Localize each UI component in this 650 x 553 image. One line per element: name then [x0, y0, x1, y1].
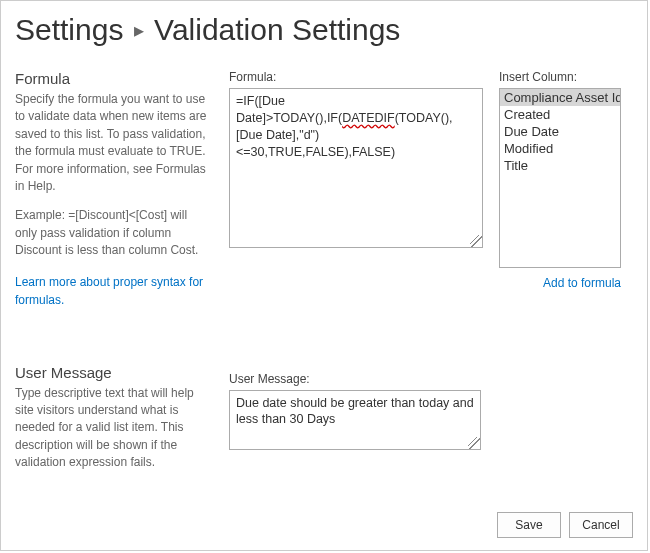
user-message-label: User Message:	[229, 372, 633, 386]
save-button[interactable]: Save	[497, 512, 561, 538]
insert-column-listbox[interactable]: Compliance Asset Id Created Due Date Mod…	[499, 88, 621, 268]
user-message-section: User Message Type descriptive text that …	[15, 364, 633, 484]
breadcrumb: Settings ▸ Validation Settings	[15, 13, 633, 46]
formula-side-info: Formula Specify the formula you want to …	[15, 70, 211, 308]
insert-column-label: Insert Column:	[499, 70, 621, 84]
formula-section: Formula Specify the formula you want to …	[15, 70, 633, 308]
formula-input[interactable]: =IF([Due Date]>TODAY(),IF(DATEDIF(TODAY(…	[229, 88, 483, 248]
formula-main: Formula: =IF([Due Date]>TODAY(),IF(DATED…	[229, 70, 633, 308]
add-to-formula-link[interactable]: Add to formula	[499, 276, 621, 290]
user-message-text: Due date should be greater than today an…	[236, 396, 474, 427]
insert-column-field: Insert Column: Compliance Asset Id Creat…	[499, 70, 621, 290]
user-message-side-info: User Message Type descriptive text that …	[15, 364, 211, 484]
user-message-input[interactable]: Due date should be greater than today an…	[229, 390, 481, 450]
list-item[interactable]: Compliance Asset Id	[500, 89, 620, 106]
list-item[interactable]: Created	[500, 106, 620, 123]
formula-example: Example: =[Discount]<[Cost] will only pa…	[15, 207, 211, 259]
breadcrumb-page-title: Validation Settings	[154, 13, 400, 46]
breadcrumb-settings[interactable]: Settings	[15, 13, 123, 46]
chevron-right-icon: ▸	[134, 19, 144, 41]
formula-text-error: DATEDIF	[342, 111, 395, 125]
formula-field: Formula: =IF([Due Date]>TODAY(),IF(DATED…	[229, 70, 483, 290]
formula-description: Specify the formula you want to use to v…	[15, 91, 211, 195]
formula-side-title: Formula	[15, 70, 211, 87]
list-item[interactable]: Due Date	[500, 123, 620, 140]
user-message-side-title: User Message	[15, 364, 211, 381]
user-message-main: User Message: Due date should be greater…	[229, 364, 633, 484]
cancel-button[interactable]: Cancel	[569, 512, 633, 538]
list-item[interactable]: Modified	[500, 140, 620, 157]
button-bar: Save Cancel	[497, 512, 633, 538]
validation-settings-page: Settings ▸ Validation Settings Formula S…	[0, 0, 648, 551]
resize-grip-icon[interactable]	[470, 235, 482, 247]
user-message-description: Type descriptive text that will help sit…	[15, 385, 211, 472]
formula-text-pre: =IF([Due Date]>TODAY(),IF(	[236, 94, 342, 125]
formula-label: Formula:	[229, 70, 483, 84]
list-item[interactable]: Title	[500, 157, 620, 174]
resize-grip-icon[interactable]	[468, 437, 480, 449]
formula-syntax-link[interactable]: Learn more about proper syntax for formu…	[15, 275, 203, 307]
